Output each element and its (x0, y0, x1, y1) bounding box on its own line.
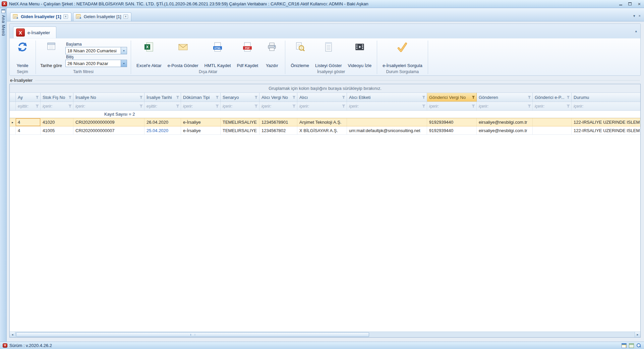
horizontal-scrollbar[interactable]: ◄ ► (10, 332, 640, 337)
cell-gonderici-vergi-no[interactable]: 9192939440 (427, 126, 477, 134)
status-window-icon[interactable] (622, 343, 627, 348)
tab-close-icon[interactable]: × (63, 14, 68, 19)
cell-ay[interactable]: 4 (16, 126, 41, 134)
row-indicator-cell[interactable]: ▸ (10, 118, 16, 126)
filter-funnel-icon[interactable] (176, 96, 179, 99)
filter-cell-gonderici-eposta[interactable]: içerir: (533, 102, 572, 110)
column-header-alici[interactable]: Alıcı (297, 93, 347, 102)
scroll-left-button[interactable]: ◄ (10, 332, 15, 337)
tarihe-gore-button[interactable]: Tarihe göre (38, 40, 64, 69)
cell-ay[interactable]: 4 (16, 118, 41, 126)
minimize-button[interactable] (618, 1, 624, 7)
filter-funnel-icon[interactable] (68, 96, 72, 99)
cell-irsaliye-tarihi[interactable]: 25.04.2020 (144, 126, 181, 134)
scroll-right-button[interactable]: ► (635, 332, 640, 337)
filter-funnel-icon[interactable] (292, 96, 296, 99)
filter-funnel-icon[interactable] (254, 105, 258, 108)
cell-alici-etiketi[interactable]: urn:mail:defaultpk@sniconsulting.net (347, 126, 427, 134)
bitis-date-combobox[interactable]: 26 Nisan 2020 Pazar ▼ (65, 60, 127, 67)
scrollbar-thumb[interactable] (16, 332, 369, 337)
close-button[interactable]: × (636, 1, 642, 7)
filter-funnel-icon[interactable] (567, 96, 570, 99)
filter-funnel-icon[interactable] (342, 96, 345, 99)
cell-stok-fis-no[interactable]: 41020 (41, 118, 73, 126)
cell-gonderici-eposta[interactable] (533, 118, 572, 126)
pdf-kaydet-button[interactable]: PDF Pdf Kaydet (234, 40, 261, 69)
filter-cell-alici-etiketi[interactable]: içerir: (347, 102, 427, 110)
cell-gonderici-eposta[interactable] (533, 126, 572, 134)
cell-stok-fis-no[interactable]: 41005 (41, 126, 73, 134)
filter-funnel-icon[interactable] (422, 105, 425, 108)
tab-close-icon[interactable]: × (123, 14, 128, 19)
tab-giden-irsaliyeler[interactable]: Giden İrsaliyeler [1] × (10, 12, 71, 21)
eirsaliyeleri-sorgula-button[interactable]: e-İrsaliyeleri Sorgula (379, 40, 425, 69)
yazdir-button[interactable]: Yazdır (261, 40, 283, 69)
filter-funnel-icon[interactable] (292, 105, 296, 108)
filter-funnel-icon[interactable] (422, 96, 425, 99)
filter-funnel-icon[interactable] (139, 105, 143, 108)
cell-gonderen[interactable]: eirsaliye@nesbilgi.com.tr (477, 118, 533, 126)
filter-cell-ay[interactable]: eşittir: (16, 102, 41, 110)
yenile-button[interactable]: Yenile (12, 40, 33, 69)
filter-funnel-icon[interactable] (528, 105, 531, 108)
grid-group-panel[interactable]: Gruplamak için kolon başlığını buraya sü… (10, 84, 640, 93)
combo-dropdown-icon[interactable]: ▼ (121, 47, 127, 54)
status-table-icon[interactable] (629, 343, 634, 348)
column-header-dokuman-tipi[interactable]: Döküman Tipi (181, 93, 221, 102)
filter-cell-dokuman-tipi[interactable]: içerir: (181, 102, 221, 110)
table-row[interactable]: 4 41005 CRI2020000000007 25.04.2020 e-İr… (10, 126, 640, 135)
filter-funnel-icon[interactable] (216, 105, 219, 108)
filter-funnel-icon[interactable] (567, 105, 570, 108)
filter-funnel-icon[interactable] (254, 96, 258, 99)
column-header-irsaliye-no[interactable]: İrsaliye No (73, 93, 144, 102)
html-kaydet-button[interactable]: HTML HMTL Kaydet (201, 40, 234, 69)
column-header-alici-vergi-no[interactable]: Alıcı Vergi No (259, 93, 297, 102)
videoyu-izle-button[interactable]: Videoyu İzle (345, 40, 375, 69)
column-header-senaryo[interactable]: Senaryo (221, 93, 259, 102)
column-header-gonderici-eposta[interactable]: Gönderici e-P... (533, 93, 572, 102)
filter-cell-gonderen[interactable]: içerir: (477, 102, 533, 110)
filter-cell-irsaliye-no[interactable]: içerir: (73, 102, 144, 110)
ana-menu-strip[interactable]: Ana Menü (0, 8, 7, 342)
column-header-ay[interactable]: Ay (16, 93, 41, 102)
filter-funnel-icon[interactable] (528, 96, 531, 99)
cell-dokuman-tipi[interactable]: e-İrsaliye (181, 126, 221, 134)
cell-alici-etiketi[interactable] (347, 118, 427, 126)
filter-funnel-icon[interactable] (342, 105, 345, 108)
eposta-gonder-button[interactable]: e-Posta Gönder (165, 40, 201, 69)
cell-alici[interactable]: Arşimet Teknoloji A.Ş. (297, 118, 347, 126)
filter-cell-durumu[interactable]: içerir: (572, 102, 640, 110)
ribbon-tab-eirsaliyeler[interactable]: X e-İrsaliyeler (13, 26, 56, 38)
filter-cell-stok-fis-no[interactable]: içerir: (41, 102, 73, 110)
status-zoom-icon[interactable] (636, 343, 641, 348)
cell-dokuman-tipi[interactable]: e-İrsaliye (181, 118, 221, 126)
column-header-stok-fis-no[interactable]: Stok Fiş No (41, 93, 73, 102)
table-row[interactable]: ▸ 4 41020 CRI2020000000009 26.04.2020 e-… (10, 118, 640, 126)
cell-durumu[interactable]: 122-IRSALIYE UZERINDE ISLEM YAPILIYOR (572, 118, 640, 126)
cell-durumu[interactable]: 122-IRSALIYE UZERINDE ISLEM YAPILIYOR (572, 126, 640, 134)
ribbon-collapse-icon[interactable]: ▴ (635, 29, 637, 33)
cell-senaryo[interactable]: TEMELIRSALIYE (221, 118, 259, 126)
column-header-alici-etiketi[interactable]: Alıcı Etiketi (347, 93, 427, 102)
filter-cell-gonderici-vergi-no[interactable]: içerir: (427, 102, 477, 110)
filter-funnel-icon[interactable] (472, 96, 475, 99)
tabstrip-close-icon[interactable]: × (639, 14, 641, 18)
maximize-button[interactable] (627, 1, 633, 7)
filter-cell-alici-vergi-no[interactable]: içerir: (259, 102, 297, 110)
cell-irsaliye-no[interactable]: CRI2020000000009 (73, 118, 144, 126)
tab-gelen-irsaliyeler[interactable]: Gelen İrsaliyeler [1] × (73, 12, 131, 21)
tab-list-chevron-icon[interactable]: ▾ (633, 14, 635, 18)
filter-funnel-icon[interactable] (36, 96, 39, 99)
cell-gonderen[interactable]: eirsaliye@nesbilgi.com.tr (477, 126, 533, 134)
cell-gonderici-vergi-no[interactable]: 9192939440 (427, 118, 477, 126)
cell-alici-vergi-no[interactable]: 12345678901 (259, 118, 297, 126)
filter-cell-irsaliye-tarihi[interactable]: eşittir: (144, 102, 181, 110)
column-header-irsaliye-tarihi[interactable]: İrsaliye Tarihi (144, 93, 181, 102)
listeyi-goster-button[interactable]: Listeyi Göster (312, 40, 345, 69)
filter-funnel-icon[interactable] (36, 105, 39, 108)
cell-alici-vergi-no[interactable]: 1234567802 (259, 126, 297, 134)
cell-alici[interactable]: X BİLGİSAYAR A.Ş. (297, 126, 347, 134)
combo-dropdown-icon[interactable]: ▼ (121, 60, 127, 67)
filter-funnel-icon[interactable] (139, 96, 143, 99)
column-header-gonderici-vergi-no[interactable]: Gönderici Vergi No (427, 93, 477, 102)
